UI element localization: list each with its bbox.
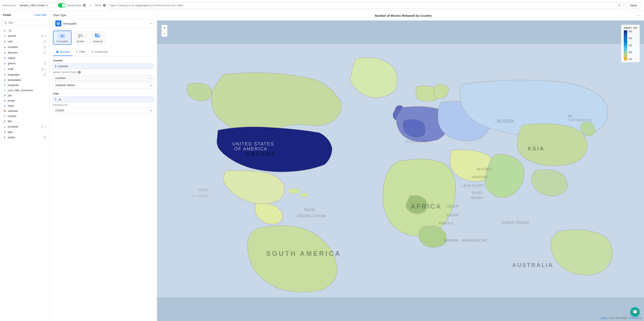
add-field-button[interactable]: + Add Field	[33, 13, 46, 16]
field-item-writers[interactable]: A writers []	[0, 135, 49, 140]
field-expand-icon[interactable]: ▸	[45, 126, 46, 128]
encode-tabs: ▦Encode▽Filter≡Customize	[50, 48, 157, 56]
unwind-array-select[interactable]: UNWIND ARRAY FIRST LAST COUNT	[53, 82, 154, 88]
chart-option-scatter[interactable]: Scatter	[73, 30, 88, 45]
field-item-rated[interactable]: A rated	[0, 103, 49, 108]
terms-of-use-link[interactable]: Terms of Use	[629, 317, 642, 319]
data-source-dropdown[interactable]: sample_mflix.movies ▾	[18, 2, 56, 8]
field-item-countries[interactable]: A countries []	[0, 44, 49, 50]
field-item-plot[interactable]: A plot	[0, 93, 49, 98]
field-item-poster[interactable]: A poster	[0, 98, 49, 103]
field-item-released[interactable]: 📅 released	[0, 108, 49, 114]
field-item-title[interactable]: A title	[0, 119, 49, 124]
field-name: metacritic	[8, 84, 46, 87]
field-type-icon: A	[3, 94, 6, 97]
field-expand-icon[interactable]: ▸	[45, 68, 46, 70]
field-item-type[interactable]: A type	[0, 129, 49, 135]
chat-button[interactable]: 💬	[630, 307, 640, 317]
legend-labels: 500400300200100	[628, 30, 632, 60]
fields-title: Fields	[3, 13, 11, 16]
arrow-separator-icon: »	[89, 3, 92, 7]
zoom-in-button[interactable]: +	[162, 25, 168, 31]
field-name: genres	[8, 62, 42, 65]
field-badge: []	[43, 51, 46, 54]
chart-option-choropleth[interactable]: Choropleth	[53, 30, 72, 45]
field-item-_id[interactable]: A _id	[0, 28, 49, 33]
chart-type-dropdown[interactable]: Geospatial ▾	[53, 19, 154, 28]
search-input[interactable]	[8, 21, 45, 24]
reduction-field-label: countries	[55, 77, 66, 80]
svg-text:North: North	[304, 207, 315, 212]
field-name: num_mflix_comments	[8, 89, 46, 92]
sidebar: Fields + Add Field 🔍 A _id ▸ awards {} ▸…	[0, 11, 50, 321]
svg-text:ARABIA: ARABIA	[470, 196, 484, 200]
array-reductions-info-icon[interactable]: i	[78, 71, 81, 74]
sample-mode-section: Sample Mode i	[58, 3, 86, 7]
tab-encode[interactable]: ▦Encode	[53, 48, 72, 56]
field-item-languages[interactable]: A languages []	[0, 72, 49, 77]
field-name: writers	[8, 136, 42, 139]
tab-customize[interactable]: ≡Customize	[88, 48, 111, 56]
fields-list: A _id ▸ awards {} ▸ A cast [] A countrie…	[0, 27, 49, 321]
svg-text:ASIA: ASIA	[527, 145, 545, 151]
field-item-imdb[interactable]: ▸ imdb {} ▸	[0, 66, 49, 72]
field-item-genres[interactable]: A genres []	[0, 61, 49, 66]
world-map-svg: CANADA UNITED STATES OF AMERICA SOUTH AM…	[157, 20, 644, 321]
field-item-awards[interactable]: ▸ awards {} ▸	[0, 33, 49, 39]
field-item-metacritic[interactable]: # metacritic	[0, 83, 49, 88]
svg-text:UNITED STATES: UNITED STATES	[232, 141, 274, 146]
chart-type-section: Chart Type Geospatial ▾ Choropleth Scatt…	[50, 11, 157, 48]
tab-filter[interactable]: ▽Filter	[72, 48, 88, 56]
customize-tab-icon: ≡	[92, 50, 93, 53]
field-badge: {}	[41, 125, 44, 128]
search-icon: 🔍	[4, 21, 7, 24]
field-name: runtime	[8, 115, 46, 118]
aggregate-select[interactable]: COUNT SUM AVG MIN MAX	[53, 108, 154, 114]
chevron-down-icon: ▾	[46, 4, 54, 7]
field-name: rated	[8, 104, 46, 107]
field-item-fullplot[interactable]: A fullplot	[0, 55, 49, 61]
svg-text:ic Ocean: ic Ocean	[193, 193, 208, 198]
field-item-cast[interactable]: A cast []	[0, 39, 49, 44]
query-label: Query i	[95, 4, 106, 7]
field-type-icon: A	[3, 100, 6, 102]
sample-mode-toggle[interactable]	[58, 3, 66, 7]
aggregate-label: AGGREGATE	[53, 104, 154, 106]
svg-point-18	[300, 193, 308, 197]
aggregate-select-wrap: COUNT SUM AVG MIN MAX	[53, 108, 154, 114]
chart-options: Choropleth Scatter Heatmap	[53, 30, 154, 45]
query-info-icon[interactable]: i	[103, 4, 106, 7]
svg-point-9	[78, 35, 80, 36]
field-item-tomatoes[interactable]: ▸ tomatoes {} ▸	[0, 124, 49, 129]
field-name: plot	[8, 94, 46, 97]
field-item-runtime[interactable]: # runtime	[0, 114, 49, 119]
zoom-out-button[interactable]: −	[162, 31, 168, 37]
field-badge: {}	[41, 67, 44, 71]
field-type-icon: ▸	[3, 68, 6, 70]
leaflet-link[interactable]: Leaflet	[600, 317, 606, 319]
chat-icon: 💬	[632, 309, 638, 315]
sample-mode-info-icon[interactable]: i	[83, 4, 86, 7]
field-item-directors[interactable]: A directors []	[0, 50, 49, 55]
field-badge: []	[43, 136, 46, 139]
map-area: Number of Movies Released by Country ···…	[157, 11, 644, 321]
field-type-icon: A	[3, 62, 6, 65]
field-type-icon: A	[3, 74, 6, 76]
map-menu-button[interactable]: ···	[637, 13, 640, 18]
query-clear-button[interactable]: ✕	[617, 3, 622, 7]
legend-value: 200	[628, 51, 632, 53]
field-item-num_mflix_comments[interactable]: # num_mflix_comments	[0, 88, 49, 93]
scatter-label: Scatter	[77, 40, 84, 43]
query-section: Query i ✕ Apply	[95, 2, 642, 8]
chart-type-chevron-icon: ▾	[150, 22, 151, 25]
field-expand-icon[interactable]: ▸	[45, 35, 46, 37]
query-input-wrap: ✕	[108, 2, 624, 8]
field-item-lastupdated[interactable]: A lastupdated	[0, 77, 49, 83]
main-layout: Fields + Add Field 🔍 A _id ▸ awards {} ▸…	[0, 11, 644, 321]
color-label: Color	[53, 92, 154, 95]
chart-option-heatmap[interactable]: Heatmap	[90, 30, 106, 45]
field-name: languages	[8, 73, 42, 76]
field-name: awards	[8, 34, 40, 37]
query-input[interactable]	[110, 4, 617, 7]
apply-button[interactable]: Apply	[625, 2, 642, 8]
